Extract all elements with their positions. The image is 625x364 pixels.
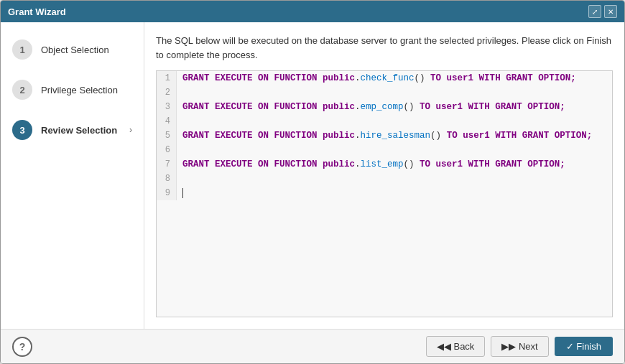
sql-line-2: 2 xyxy=(157,85,612,100)
footer-left: ? xyxy=(12,337,32,357)
sql-line-3: 3 GRANT EXECUTE ON FUNCTION public.emp_c… xyxy=(157,100,612,114)
window-title: Grant Wizard xyxy=(8,6,66,17)
chevron-icon: › xyxy=(129,125,132,135)
finish-button[interactable]: ✓ Finish xyxy=(555,337,613,356)
sidebar-item-object-selection[interactable]: 1 Object Selection xyxy=(1,29,144,70)
step-circle-3: 3 xyxy=(12,120,32,140)
sidebar-label-1: Object Selection xyxy=(41,45,109,55)
sql-line-8: 8 xyxy=(157,172,612,186)
description-text: The SQL below will be executed on the da… xyxy=(156,34,613,62)
sql-editor[interactable]: 1 GRANT EXECUTE ON FUNCTION public.check… xyxy=(156,70,613,317)
next-button[interactable]: ▶▶ Next xyxy=(491,336,548,357)
sidebar-label-3: Review Selection xyxy=(41,125,117,136)
footer-right: ◀◀ Back ▶▶ Next ✓ Finish xyxy=(426,336,613,357)
expand-button[interactable]: ⤢ xyxy=(588,5,601,18)
grant-wizard-window: Grant Wizard ⤢ ✕ 1 Object Selection 2 Pr… xyxy=(0,0,625,364)
footer: ? ◀◀ Back ▶▶ Next ✓ Finish xyxy=(1,329,624,363)
sidebar-label-2: Privilege Selection xyxy=(41,85,118,95)
back-button[interactable]: ◀◀ Back xyxy=(426,336,486,357)
content-area: 1 Object Selection 2 Privilege Selection… xyxy=(1,22,624,329)
sql-line-9: 9 xyxy=(157,186,612,200)
sql-line-5: 5 GRANT EXECUTE ON FUNCTION public.hire_… xyxy=(157,129,612,143)
close-button[interactable]: ✕ xyxy=(604,5,617,18)
sql-line-4: 4 xyxy=(157,114,612,129)
sql-line-6: 6 xyxy=(157,143,612,157)
sql-line-7: 7 GRANT EXECUTE ON FUNCTION public.list_… xyxy=(157,157,612,172)
step-circle-2: 2 xyxy=(12,80,32,100)
sidebar-item-privilege-selection[interactable]: 2 Privilege Selection xyxy=(1,70,144,110)
titlebar: Grant Wizard ⤢ ✕ xyxy=(1,1,624,22)
help-button[interactable]: ? xyxy=(12,337,32,357)
sidebar: 1 Object Selection 2 Privilege Selection… xyxy=(1,22,144,329)
step-circle-1: 1 xyxy=(12,39,32,60)
sql-line-1: 1 GRANT EXECUTE ON FUNCTION public.check… xyxy=(157,71,612,85)
main-panel: The SQL below will be executed on the da… xyxy=(144,22,624,329)
titlebar-buttons: ⤢ ✕ xyxy=(588,5,617,18)
sidebar-item-review-selection[interactable]: 3 Review Selection › xyxy=(1,110,144,150)
